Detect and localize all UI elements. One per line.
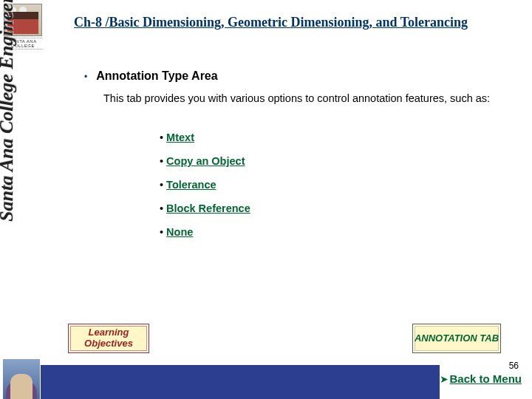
chapter-title: Ch-8 /Basic Dimensioning, Geometric Dime… xyxy=(74,15,468,30)
instructor-photo xyxy=(3,359,40,399)
section-heading: Annotation Type Area xyxy=(96,69,217,83)
link-tolerance[interactable]: Tolerance xyxy=(166,179,216,191)
chevron-right-icon: ➤ xyxy=(440,373,449,385)
link-none[interactable]: None xyxy=(166,226,193,238)
annotation-type-list: • Mtext • Copy an Object • Tolerance • B… xyxy=(160,132,250,250)
page-number: 56 xyxy=(509,361,519,371)
list-item: • Block Reference xyxy=(160,202,250,214)
section-description: This tab provides you with various optio… xyxy=(103,92,491,105)
bullet-icon: • xyxy=(84,69,87,84)
left-sidebar: SANTA ANA COLLEGE Santa Ana College Engi… xyxy=(0,0,46,399)
back-to-menu-row: ➤Back to Menu xyxy=(440,372,522,385)
list-item: • None xyxy=(160,226,250,238)
list-item: • Tolerance xyxy=(160,179,250,191)
annotation-tab-button[interactable]: ANNOTATION TAB xyxy=(412,324,501,353)
link-copy-object[interactable]: Copy an Object xyxy=(166,155,245,167)
slide: SANTA ANA COLLEGE Santa Ana College Engi… xyxy=(0,0,532,399)
back-to-menu-link[interactable]: Back to Menu xyxy=(449,372,522,385)
link-block-reference[interactable]: Block Reference xyxy=(166,202,250,214)
footer-bar xyxy=(41,365,440,399)
list-item: • Copy an Object xyxy=(160,155,250,167)
section-heading-row: • Annotation Type Area xyxy=(84,69,218,84)
vertical-branding-text: Santa Ana College Engineering xyxy=(0,0,18,222)
link-mtext[interactable]: Mtext xyxy=(166,132,194,143)
list-item: • Mtext xyxy=(160,132,250,143)
learning-objectives-button[interactable]: Learning Objectives xyxy=(68,324,149,353)
